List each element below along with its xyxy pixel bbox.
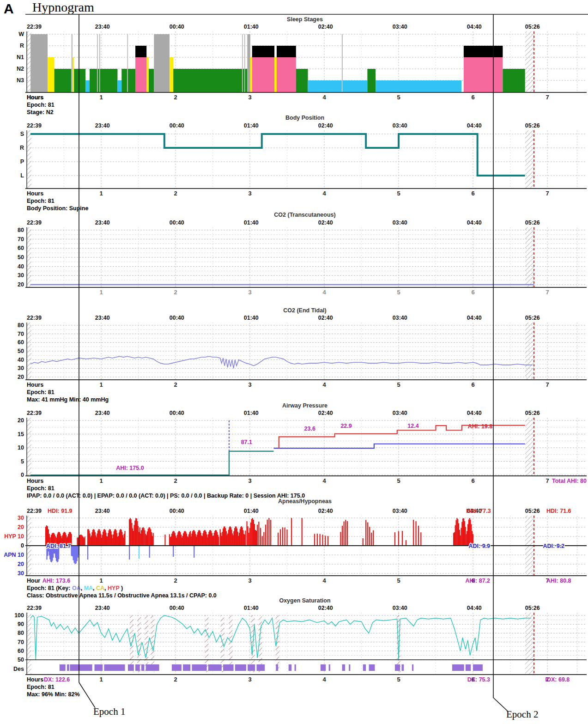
des-bar xyxy=(473,664,483,671)
y-tick-label: 20 xyxy=(18,561,24,567)
sleep-stage-bar-N2 xyxy=(128,69,135,92)
time-label: 03:40 xyxy=(393,24,407,30)
end-hatch xyxy=(525,418,534,476)
hours-label: Hours xyxy=(27,478,43,484)
time-label: 02:40 xyxy=(318,122,333,129)
hyp-bar xyxy=(270,520,271,546)
idx-label: IDX: 69.8 xyxy=(545,676,570,683)
hour-tick: 1 xyxy=(99,477,103,484)
key-line: Epoch: 81 (Key: OA, MA, CA, HYP ) xyxy=(27,585,123,591)
sleep-stage-bar-N2 xyxy=(121,69,127,92)
hyp-bar xyxy=(256,531,257,546)
info-line: IPAP: 0.0 / 0.0 (ACT: 0.0) | EPAP: 0.0 /… xyxy=(27,493,305,499)
hyp-bar xyxy=(253,520,254,546)
y-tick-label: 70 xyxy=(18,639,24,645)
des-bar xyxy=(295,664,296,671)
time-label: 00:40 xyxy=(170,219,184,226)
hour-tick: 4 xyxy=(322,676,326,683)
time-label: 23:40 xyxy=(95,315,110,321)
sleep-stage-bar-N2 xyxy=(149,69,154,92)
hyp-bar xyxy=(278,533,279,546)
hyp-bar xyxy=(257,525,258,546)
hyp-bar xyxy=(267,520,268,546)
hyp-bar xyxy=(252,518,253,546)
hyp-bar xyxy=(265,524,266,546)
hyp-bar xyxy=(291,518,292,546)
hyp-bar xyxy=(320,534,321,546)
time-label: 00:40 xyxy=(170,122,184,129)
pressure-annotation: AHI: 19.8 xyxy=(468,423,493,430)
hyp-bar xyxy=(344,522,345,546)
stage-label: N3 xyxy=(17,77,24,84)
hyp-bar xyxy=(365,520,366,546)
sleep-stage-bar-N2 xyxy=(100,69,118,92)
panel-oxygen-saturation: Oxygen Saturation22:3923:4000:4001:4002:… xyxy=(13,597,587,698)
time-label: 02:40 xyxy=(318,219,333,226)
sleep-stage-bar-W xyxy=(342,34,343,92)
panel-airway-pressure: Airway Pressure22:3923:4000:4001:4002:40… xyxy=(18,402,587,499)
hyp-bar xyxy=(369,527,370,546)
artifact-hatch xyxy=(137,615,141,672)
hour-tick: 4 xyxy=(322,94,326,101)
sleep-stage-bar-W xyxy=(97,34,98,92)
hour-tick: 1 xyxy=(99,94,103,101)
sleep-stage-bar-N3 xyxy=(85,80,90,92)
hyp-bar xyxy=(258,522,259,546)
hour-tick: 7 xyxy=(546,94,549,101)
time-label: 05:26 xyxy=(525,315,540,321)
hyp-bar xyxy=(325,535,326,546)
artifact-hatch xyxy=(229,615,232,672)
hour-tick: 4 xyxy=(322,381,326,388)
y-tick-label: 70 xyxy=(18,331,24,337)
des-bar xyxy=(329,664,330,671)
sleep-stage-bar-N2 xyxy=(367,69,376,92)
time-label: 05:26 xyxy=(525,508,540,514)
info-line: Epoch: 81 xyxy=(27,389,55,395)
end-hatch xyxy=(525,613,534,675)
hour-tick: 5 xyxy=(397,577,400,584)
hour-tick: 3 xyxy=(248,676,251,683)
des-axis-label: Des xyxy=(13,666,24,672)
des-bar xyxy=(276,664,278,671)
hour-ticks: 1234567 xyxy=(99,381,549,388)
apn-bar xyxy=(149,546,150,558)
time-label: 00:40 xyxy=(170,24,184,30)
sleep-stage-bar-N1 xyxy=(48,57,54,92)
start-hatch xyxy=(27,418,31,476)
hyp-bar xyxy=(314,534,315,546)
time-label: 23:40 xyxy=(95,605,110,611)
sleep-stage-bar-N3 xyxy=(343,80,367,92)
time-label: 01:40 xyxy=(244,315,259,321)
sleep-stage-bar-N3 xyxy=(117,80,121,92)
sleep-stage-bar-W xyxy=(127,34,128,92)
position-label: P xyxy=(20,158,24,165)
apn-bar xyxy=(72,546,73,556)
des-bar xyxy=(401,664,404,671)
time-label: 22:39 xyxy=(27,24,42,30)
des-bar xyxy=(412,664,413,671)
event-bars xyxy=(45,518,473,564)
hour-tick: 3 xyxy=(248,94,251,101)
des-bar xyxy=(95,664,103,671)
time-label: 01:40 xyxy=(244,122,259,129)
hours-label: Hour xyxy=(27,578,40,584)
hyp-bar xyxy=(302,518,303,546)
start-hatch xyxy=(27,130,31,189)
hyp-bar xyxy=(250,523,251,546)
des-bar xyxy=(321,664,326,671)
apn-bar xyxy=(87,546,88,560)
sleep-stage-bar-R-cap xyxy=(135,46,146,57)
hyp-bar xyxy=(402,531,403,546)
des-bar xyxy=(466,664,471,671)
hyp-bar xyxy=(71,534,72,546)
hour-tick: 2 xyxy=(174,381,177,388)
sleep-stage-bar-N2 xyxy=(98,69,99,92)
des-bar xyxy=(452,664,464,671)
hours-label: Hours xyxy=(27,676,43,683)
hour-tick: 1 xyxy=(99,289,103,296)
hyp-bar xyxy=(268,518,269,546)
y-tick-label: 50 xyxy=(18,657,24,663)
time-label: 05:26 xyxy=(525,605,540,611)
info-line: Max: 41 mmHg Min: 40 mmHg xyxy=(27,396,109,403)
des-bar xyxy=(395,664,400,671)
